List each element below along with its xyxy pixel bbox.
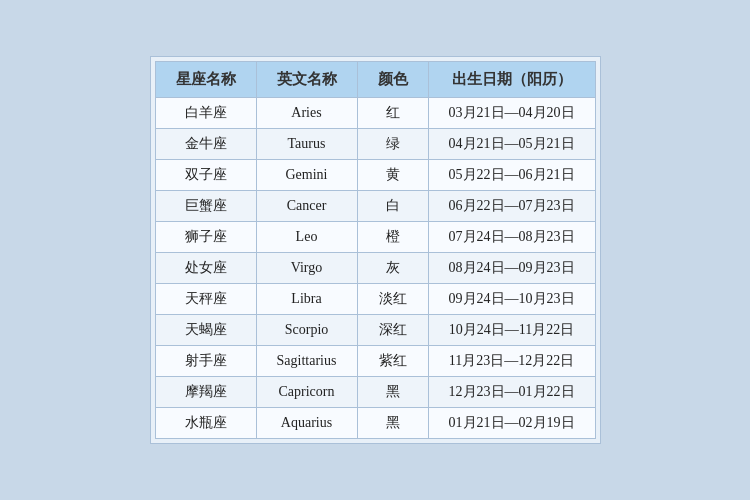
- table-body: 白羊座Aries红03月21日—04月20日金牛座Taurus绿04月21日—0…: [155, 98, 595, 439]
- cell-color: 橙: [357, 222, 428, 253]
- cell-dates: 12月23日—01月22日: [428, 377, 595, 408]
- table-row: 狮子座Leo橙07月24日—08月23日: [155, 222, 595, 253]
- cell-chinese-name: 水瓶座: [155, 408, 256, 439]
- table-header-row: 星座名称 英文名称 颜色 出生日期（阳历）: [155, 62, 595, 98]
- table-row: 双子座Gemini黄05月22日—06月21日: [155, 160, 595, 191]
- table-row: 水瓶座Aquarius黑01月21日—02月19日: [155, 408, 595, 439]
- table-row: 白羊座Aries红03月21日—04月20日: [155, 98, 595, 129]
- table-row: 金牛座Taurus绿04月21日—05月21日: [155, 129, 595, 160]
- cell-color: 黑: [357, 377, 428, 408]
- cell-dates: 01月21日—02月19日: [428, 408, 595, 439]
- header-chinese-name: 星座名称: [155, 62, 256, 98]
- cell-color: 绿: [357, 129, 428, 160]
- cell-dates: 06月22日—07月23日: [428, 191, 595, 222]
- cell-chinese-name: 天秤座: [155, 284, 256, 315]
- header-dates: 出生日期（阳历）: [428, 62, 595, 98]
- cell-english-name: Gemini: [256, 160, 357, 191]
- zodiac-table-container: 星座名称 英文名称 颜色 出生日期（阳历） 白羊座Aries红03月21日—04…: [150, 56, 601, 444]
- cell-chinese-name: 巨蟹座: [155, 191, 256, 222]
- table-row: 摩羯座Capricorn黑12月23日—01月22日: [155, 377, 595, 408]
- table-row: 射手座Sagittarius紫红11月23日—12月22日: [155, 346, 595, 377]
- cell-color: 黑: [357, 408, 428, 439]
- cell-english-name: Capricorn: [256, 377, 357, 408]
- table-row: 天秤座Libra淡红09月24日—10月23日: [155, 284, 595, 315]
- cell-color: 深红: [357, 315, 428, 346]
- cell-dates: 09月24日—10月23日: [428, 284, 595, 315]
- cell-color: 白: [357, 191, 428, 222]
- table-row: 处女座Virgo灰08月24日—09月23日: [155, 253, 595, 284]
- cell-chinese-name: 摩羯座: [155, 377, 256, 408]
- cell-english-name: Cancer: [256, 191, 357, 222]
- header-color: 颜色: [357, 62, 428, 98]
- zodiac-table: 星座名称 英文名称 颜色 出生日期（阳历） 白羊座Aries红03月21日—04…: [155, 61, 596, 439]
- cell-english-name: Scorpio: [256, 315, 357, 346]
- cell-dates: 07月24日—08月23日: [428, 222, 595, 253]
- table-row: 天蝎座Scorpio深红10月24日—11月22日: [155, 315, 595, 346]
- table-row: 巨蟹座Cancer白06月22日—07月23日: [155, 191, 595, 222]
- cell-english-name: Sagittarius: [256, 346, 357, 377]
- cell-dates: 08月24日—09月23日: [428, 253, 595, 284]
- cell-chinese-name: 狮子座: [155, 222, 256, 253]
- cell-color: 紫红: [357, 346, 428, 377]
- cell-color: 黄: [357, 160, 428, 191]
- cell-color: 红: [357, 98, 428, 129]
- cell-chinese-name: 处女座: [155, 253, 256, 284]
- cell-dates: 10月24日—11月22日: [428, 315, 595, 346]
- cell-dates: 04月21日—05月21日: [428, 129, 595, 160]
- cell-english-name: Taurus: [256, 129, 357, 160]
- cell-english-name: Aquarius: [256, 408, 357, 439]
- cell-dates: 03月21日—04月20日: [428, 98, 595, 129]
- cell-chinese-name: 天蝎座: [155, 315, 256, 346]
- cell-chinese-name: 射手座: [155, 346, 256, 377]
- cell-english-name: Virgo: [256, 253, 357, 284]
- cell-chinese-name: 双子座: [155, 160, 256, 191]
- cell-dates: 11月23日—12月22日: [428, 346, 595, 377]
- cell-chinese-name: 白羊座: [155, 98, 256, 129]
- cell-color: 淡红: [357, 284, 428, 315]
- cell-english-name: Aries: [256, 98, 357, 129]
- cell-english-name: Libra: [256, 284, 357, 315]
- cell-dates: 05月22日—06月21日: [428, 160, 595, 191]
- header-english-name: 英文名称: [256, 62, 357, 98]
- cell-chinese-name: 金牛座: [155, 129, 256, 160]
- cell-color: 灰: [357, 253, 428, 284]
- cell-english-name: Leo: [256, 222, 357, 253]
